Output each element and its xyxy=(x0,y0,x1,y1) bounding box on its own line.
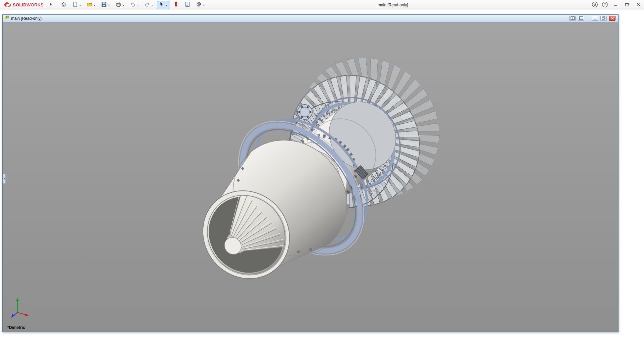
maximize-button[interactable] xyxy=(621,0,633,10)
app-titlebar: SOLIDWORKS xyxy=(0,0,644,10)
options-button[interactable] xyxy=(194,1,207,9)
doc-minimize-button[interactable] xyxy=(592,16,598,21)
app-window-controls: ? xyxy=(590,0,644,10)
user-account-icon xyxy=(592,1,598,9)
dropdown-arrow-icon xyxy=(79,5,81,7)
account-button[interactable] xyxy=(590,0,600,10)
close-icon xyxy=(636,2,640,7)
solidworks-logo: SOLIDWORKS xyxy=(0,1,44,9)
dropdown-arrow-icon xyxy=(94,5,96,7)
select-cursor-icon xyxy=(159,1,165,8)
open-folder-icon xyxy=(87,1,93,8)
dropdown-arrow-icon xyxy=(122,5,124,7)
dropdown-arrow-icon xyxy=(166,5,168,7)
app-window-title: main [Read-only] xyxy=(378,0,408,10)
toolbar-flyout-button[interactable] xyxy=(48,1,54,9)
document-properties-icon xyxy=(184,1,191,8)
3ds-logo-icon xyxy=(3,1,11,9)
open-button[interactable] xyxy=(85,1,97,9)
restore-window-icon xyxy=(602,16,605,21)
chevron-right-icon xyxy=(50,2,52,7)
brand-text-solid: SOLID xyxy=(13,2,26,7)
chevron-left-icon xyxy=(3,178,5,180)
triad-x-axis[interactable] xyxy=(17,312,26,315)
brand-text-works: WORKS xyxy=(26,2,44,7)
orientation-triad[interactable] xyxy=(5,295,34,323)
close-icon xyxy=(611,16,614,21)
dropdown-arrow-icon xyxy=(151,5,153,7)
split-horizontal-button[interactable] xyxy=(578,16,584,21)
save-button[interactable] xyxy=(99,1,112,9)
triad-y-arrow xyxy=(16,298,19,301)
mouse-icon xyxy=(173,1,179,8)
select-tool-button[interactable] xyxy=(157,1,169,9)
gear-icon xyxy=(196,1,202,8)
undo-button[interactable] xyxy=(128,1,141,9)
document-titlebar[interactable]: main [Read-only] xyxy=(3,15,618,22)
restore-window-icon xyxy=(625,2,629,7)
redo-button[interactable] xyxy=(143,1,155,9)
view-orientation-label: *Dimetric xyxy=(7,325,25,330)
minimize-icon xyxy=(593,16,597,21)
dropdown-arrow-icon xyxy=(203,5,205,7)
split-vertical-icon xyxy=(571,16,575,21)
save-icon xyxy=(101,1,107,8)
doc-restore-button[interactable] xyxy=(600,16,607,21)
new-document-button[interactable] xyxy=(70,1,83,9)
undo-icon xyxy=(130,1,136,8)
document-window: main [Read-only] xyxy=(2,14,619,332)
split-vertical-button[interactable] xyxy=(569,16,576,21)
help-button[interactable]: ? xyxy=(600,0,610,10)
triad-x-arrow xyxy=(25,314,29,316)
turbine-engine-model[interactable] xyxy=(3,22,618,332)
triad-z-arrow xyxy=(11,314,14,318)
document-window-controls xyxy=(569,16,616,21)
redo-icon xyxy=(144,1,150,8)
document-title: main [Read-only] xyxy=(11,16,42,21)
quick-access-toolbar xyxy=(59,1,207,9)
split-horizontal-icon xyxy=(579,16,583,21)
close-button[interactable] xyxy=(633,0,644,10)
new-file-icon xyxy=(72,1,78,8)
dropdown-arrow-icon xyxy=(108,5,110,7)
dropdown-arrow-icon xyxy=(137,5,139,7)
document-properties-button[interactable] xyxy=(183,1,192,9)
mouse-gestures-button[interactable] xyxy=(171,1,181,9)
doc-close-button[interactable] xyxy=(609,16,615,21)
help-icon: ? xyxy=(602,1,608,9)
svg-text:?: ? xyxy=(604,3,606,6)
home-icon xyxy=(61,1,67,8)
featuremanager-collapse-tab[interactable] xyxy=(3,174,6,184)
assembly-document-icon xyxy=(4,15,9,21)
printer-icon xyxy=(115,1,121,8)
brand-text: SOLIDWORKS xyxy=(13,2,44,7)
home-button[interactable] xyxy=(59,1,68,9)
print-button[interactable] xyxy=(114,1,126,9)
3d-viewport[interactable]: *Dimetric xyxy=(3,22,618,332)
minimize-button[interactable] xyxy=(610,0,621,10)
minimize-icon xyxy=(613,2,618,7)
